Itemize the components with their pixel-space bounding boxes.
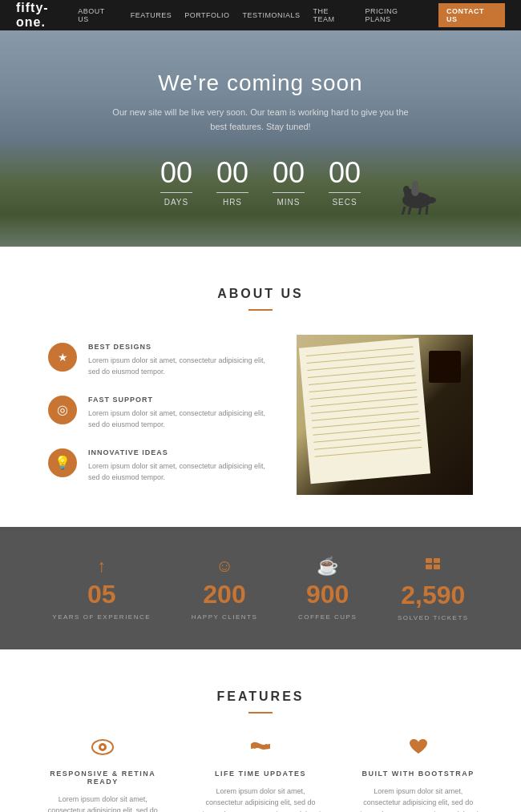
countdown-mins-label: Mins — [277, 198, 301, 207]
stat-tickets-label: Solved Tickets — [398, 614, 469, 621]
stat-tickets-number: 2,590 — [398, 582, 469, 608]
tickets-icon — [398, 555, 469, 577]
about-title: About Us — [48, 287, 473, 301]
coffee-icon: ☕ — [298, 556, 357, 577]
svg-rect-10 — [426, 558, 432, 563]
svg-rect-11 — [434, 558, 440, 563]
stats-section: ↑ 05 Years of Experience ☺ 200 Happy Cli… — [0, 527, 521, 649]
stat-clients: ☺ 200 Happy Clients — [192, 556, 257, 621]
svg-rect-12 — [426, 565, 432, 569]
feature-fast-support-text: Fast Support Lorem ipsum dolor sit amet,… — [88, 396, 273, 431]
stat-clients-label: Happy Clients — [192, 613, 257, 621]
feature-responsive-title: Responsive & Retina Ready — [40, 770, 166, 786]
notebook-decoration — [299, 338, 430, 484]
countdown-days-num: 00 — [160, 159, 192, 187]
hero-section: We're coming soon Our new site will be l… — [0, 30, 521, 247]
feature-innovative-ideas-body: Lorem ipsum dolor sit amet, consectetur … — [88, 460, 273, 484]
countdown-days-label: Days — [164, 198, 189, 207]
feature-best-designs-heading: Best Designs — [88, 343, 273, 351]
handshake-icon — [198, 738, 324, 760]
countdown-hrs-label: Hrs — [223, 198, 242, 207]
about-content: ★ Best Designs Lorem ipsum dolor sit ame… — [48, 335, 473, 495]
countdown-mins: 00 Mins — [273, 159, 305, 207]
hero-subtitle: Our new site will be live very soon. Our… — [108, 106, 413, 134]
coffee-cup-decoration — [429, 351, 461, 383]
feature-best-designs: ★ Best Designs Lorem ipsum dolor sit ame… — [48, 343, 273, 378]
feature-fast-support-body: Lorem ipsum dolor sit amet, consectetur … — [88, 408, 273, 431]
nav-features[interactable]: Features — [131, 11, 172, 19]
svg-rect-13 — [434, 565, 440, 569]
nav-testimonials[interactable]: Testimonials — [243, 11, 301, 19]
svg-point-9 — [412, 181, 418, 187]
notebook-lines — [299, 338, 430, 472]
smiley-icon: ☺ — [192, 556, 257, 577]
features-section: Features Responsive & Retina Ready Lorem… — [0, 649, 521, 812]
stat-coffee-label: Coffee Cups — [298, 613, 357, 621]
arrow-up-icon: ↑ — [52, 556, 151, 577]
feature-updates: Life Time Updates Lorem ipsum dolor sit … — [190, 738, 332, 812]
eye-icon — [40, 738, 166, 760]
countdown-secs-num: 00 — [329, 159, 361, 187]
about-image — [297, 335, 473, 495]
feature-fast-support: ◎ Fast Support Lorem ipsum dolor sit ame… — [48, 396, 273, 431]
countdown-secs-label: Secs — [332, 198, 357, 207]
svg-line-5 — [419, 207, 421, 215]
nav-pricing[interactable]: Pricing Plans — [366, 7, 426, 23]
feature-innovative-ideas-heading: Innovative Ideas — [88, 448, 273, 456]
feature-best-designs-text: Best Designs Lorem ipsum dolor sit amet,… — [88, 343, 273, 378]
stat-experience-label: Years of Experience — [52, 613, 151, 621]
countdown-hrs-num: 00 — [216, 159, 248, 187]
svg-point-16 — [101, 746, 104, 749]
star-icon: ★ — [48, 343, 77, 372]
features-title: Features — [32, 689, 489, 704]
nav-portfolio[interactable]: Portfolio — [184, 11, 229, 19]
feature-fast-support-heading: Fast Support — [88, 396, 273, 404]
about-features-list: ★ Best Designs Lorem ipsum dolor sit ame… — [48, 335, 273, 483]
svg-line-6 — [426, 206, 427, 215]
stat-tickets: 2,590 Solved Tickets — [398, 555, 469, 621]
feature-updates-title: Life Time Updates — [198, 770, 324, 778]
nav-links: About Us Features Portfolio Testimonials… — [78, 3, 505, 27]
countdown: 00 Days 00 Hrs 00 Mins 00 Secs — [108, 159, 413, 207]
features-grid: Responsive & Retina Ready Lorem ipsum do… — [32, 738, 489, 812]
nav-team[interactable]: The Team — [313, 7, 353, 23]
svg-line-4 — [409, 207, 410, 215]
feature-bootstrap-text: Lorem ipsum dolor sit amet, consectetur … — [355, 786, 481, 812]
countdown-mins-line — [273, 192, 305, 193]
countdown-hrs-line — [216, 192, 248, 193]
nav-contact-button[interactable]: Contact Us — [438, 3, 505, 27]
features-divider — [248, 712, 273, 714]
svg-point-7 — [426, 197, 436, 203]
stat-experience: ↑ 05 Years of Experience — [52, 556, 151, 621]
about-section: About Us ★ Best Designs Lorem ipsum dolo… — [0, 247, 521, 527]
feature-innovative-ideas-text: Innovative Ideas Lorem ipsum dolor sit a… — [88, 448, 273, 484]
svg-line-3 — [402, 207, 405, 215]
feature-bootstrap: Built With Bootstrap Lorem ipsum dolor s… — [347, 738, 489, 812]
countdown-secs-line — [329, 192, 361, 193]
feature-updates-text: Lorem ipsum dolor sit amet, consectetur … — [198, 786, 324, 812]
countdown-days: 00 Days — [160, 159, 192, 207]
feature-responsive-text: Lorem ipsum dolor sit amet, consectetur … — [40, 794, 166, 812]
feature-innovative-ideas: 💡 Innovative Ideas Lorem ipsum dolor sit… — [48, 448, 273, 484]
hero-title: We're coming soon — [108, 70, 413, 96]
feature-bootstrap-title: Built With Bootstrap — [355, 770, 481, 778]
navbar: fifty-one. About Us Features Portfolio T… — [0, 0, 521, 30]
countdown-hrs: 00 Hrs — [216, 159, 248, 207]
stat-coffee-number: 900 — [298, 581, 357, 607]
support-icon: ◎ — [48, 396, 77, 424]
stat-clients-number: 200 — [192, 581, 257, 607]
nav-about[interactable]: About Us — [78, 7, 118, 23]
stat-coffee: ☕ 900 Coffee Cups — [298, 556, 357, 621]
hero-content: We're coming soon Our new site will be l… — [108, 70, 413, 206]
logo: fifty-one. — [16, 1, 78, 30]
lightbulb-icon: 💡 — [48, 448, 77, 477]
countdown-days-line — [160, 192, 192, 193]
heart-icon — [355, 738, 481, 760]
feature-responsive: Responsive & Retina Ready Lorem ipsum do… — [32, 738, 174, 812]
countdown-mins-num: 00 — [273, 159, 305, 187]
stat-experience-number: 05 — [52, 581, 151, 607]
feature-best-designs-body: Lorem ipsum dolor sit amet, consectetur … — [88, 355, 273, 378]
about-divider — [248, 309, 273, 311]
countdown-secs: 00 Secs — [329, 159, 361, 207]
